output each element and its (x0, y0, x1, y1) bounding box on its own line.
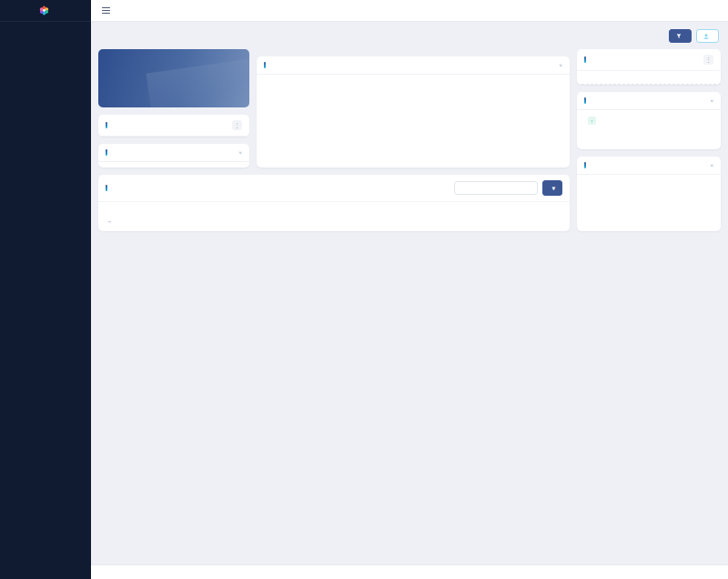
recent-activity-view-all[interactable] (711, 163, 713, 168)
recent-activity-card (577, 157, 721, 231)
profit-earned-card (98, 144, 249, 168)
search-input[interactable] (454, 181, 538, 195)
revenue-analytics-title (264, 62, 266, 68)
leads-by-source-card: ⋮ (577, 49, 721, 85)
welcome-section (100, 29, 719, 43)
top-deals-title (106, 122, 107, 128)
target-banner (98, 49, 249, 107)
top-deals-menu-icon[interactable]: ⋮ (232, 120, 242, 130)
header (91, 0, 728, 22)
leads-by-source-title (584, 56, 586, 63)
footer (91, 564, 728, 579)
recent-activity-list (577, 175, 721, 185)
deals-status-title (584, 97, 586, 104)
revenue-analytics-view-all[interactable] (560, 63, 562, 68)
revenue-analytics-chart (257, 79, 570, 88)
app-logo[interactable] (0, 0, 91, 22)
deals-statistics-card: ▾ (98, 175, 570, 231)
profit-earned-title (106, 149, 107, 156)
logo-icon (39, 5, 49, 15)
deals-status-badge (588, 117, 596, 125)
chevron-down-icon: ▾ (552, 185, 555, 192)
profit-earned-view-all[interactable] (239, 150, 242, 156)
deals-status-progress-bar (584, 131, 713, 135)
content: ⋮ (91, 22, 728, 564)
leads-legend (577, 84, 721, 85)
showing-entries-text (106, 218, 112, 224)
sidebar (0, 0, 91, 579)
revenue-analytics-card (257, 56, 570, 168)
dashboard-grid: ⋮ (98, 49, 721, 231)
menu-toggle-icon[interactable] (100, 4, 112, 16)
sort-by-button[interactable]: ▾ (542, 180, 562, 196)
filters-button[interactable] (669, 29, 692, 43)
deals-status-card (577, 92, 721, 149)
export-icon (703, 34, 709, 39)
deals-status-view-all[interactable] (711, 98, 713, 104)
leads-menu-icon[interactable]: ⋮ (703, 55, 713, 65)
sidebar-nav (0, 22, 91, 25)
export-button[interactable] (696, 29, 719, 43)
main-area: ⋮ (91, 0, 728, 579)
crm-dashboard-page: ⋮ (0, 0, 728, 579)
filter-icon (676, 34, 682, 39)
top-deals-card: ⋮ (98, 115, 249, 137)
revenue-chart-legend (257, 88, 570, 95)
recent-activity-title (584, 162, 586, 168)
deals-statistics-title (106, 185, 107, 191)
